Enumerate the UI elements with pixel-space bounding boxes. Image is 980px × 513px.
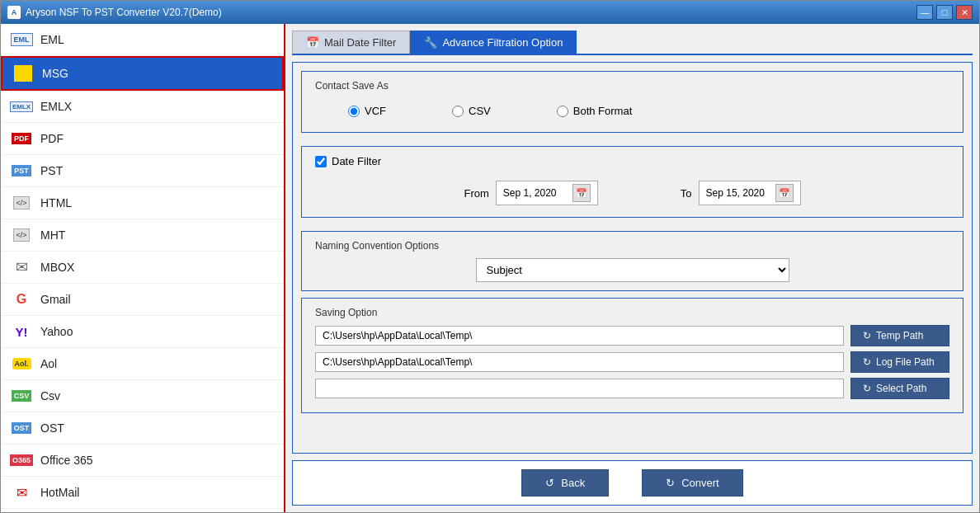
tab-advance-label: Advance Filtration Option — [442, 36, 563, 49]
window-title: Aryson NSF To PST Converter V20.7(Demo) — [26, 7, 222, 18]
sidebar-item-mht[interactable]: </> MHT — [1, 219, 284, 252]
close-button[interactable]: ✕ — [956, 5, 973, 20]
filter-icon: 🔧 — [424, 36, 437, 49]
date-filter-checkbox[interactable] — [315, 156, 327, 167]
from-date-field: From 📅 — [464, 181, 597, 205]
to-calendar-button[interactable]: 📅 — [775, 184, 794, 202]
csv-option[interactable]: CSV — [452, 105, 491, 117]
both-radio[interactable] — [557, 106, 568, 117]
convert-label: Convert — [681, 477, 719, 489]
from-calendar-button[interactable]: 📅 — [572, 184, 591, 202]
sidebar-label-msg: MSG — [42, 67, 68, 80]
sidebar-item-office365[interactable]: O365 Office 365 — [1, 445, 284, 477]
sidebar-label-office365: Office 365 — [40, 454, 93, 467]
sidebar-item-msg[interactable]: MSG — [1, 56, 284, 91]
sidebar-label-eml: EML — [40, 33, 64, 46]
csv-radio[interactable] — [452, 106, 464, 117]
both-format-label: Both Format — [573, 105, 633, 117]
log-file-input[interactable] — [315, 352, 844, 372]
title-bar-controls: — □ ✕ — [916, 5, 973, 20]
sidebar-item-pdf[interactable]: PDF PDF — [1, 123, 284, 155]
both-format-option[interactable]: Both Format — [557, 105, 633, 117]
tab-mail-date-filter[interactable]: 📅 Mail Date Filter — [292, 31, 410, 54]
html-icon: </> — [11, 192, 32, 214]
aol-icon: Aol. — [11, 353, 32, 374]
vcf-option[interactable]: VCF — [348, 105, 386, 117]
date-row: From 📅 To 📅 — [315, 177, 949, 209]
msg-icon — [12, 63, 34, 84]
naming-convention-section: Naming Convention Options Subject Date F… — [301, 231, 964, 291]
vcf-radio[interactable] — [348, 106, 360, 117]
date-filter-header: Date Filter — [315, 155, 949, 167]
select-path-label: Select Path — [876, 383, 926, 394]
sidebar-item-ost[interactable]: OST OST — [1, 412, 284, 445]
from-label: From — [464, 187, 488, 200]
sidebar-label-mht: MHT — [40, 228, 65, 242]
sidebar-item-aol[interactable]: Aol. Aol — [1, 348, 284, 380]
temp-path-button[interactable]: ↻ Temp Path — [850, 325, 949, 346]
select-sync-icon: ↻ — [863, 383, 871, 394]
to-label: To — [681, 187, 692, 200]
from-date-input[interactable] — [503, 187, 569, 199]
log-file-button[interactable]: ↻ Log File Path — [850, 351, 949, 373]
sidebar-item-yahoo[interactable]: Y! Yahoo — [1, 316, 284, 348]
sidebar-item-eml[interactable]: EML EML — [1, 24, 284, 56]
saving-option-label: Saving Option — [315, 307, 949, 318]
log-file-row: ↻ Log File Path — [315, 351, 949, 373]
sidebar-item-html[interactable]: </> HTML — [1, 187, 284, 219]
to-date-input[interactable] — [706, 187, 772, 199]
office365-icon: O365 — [11, 449, 32, 471]
sidebar-label-pdf: PDF — [40, 132, 64, 145]
mbox-icon: ✉ — [11, 256, 32, 278]
ost-icon: OST — [11, 417, 32, 439]
sidebar-item-pst[interactable]: PST PST — [1, 155, 284, 187]
bottom-bar: ↺ Back ↻ Convert — [292, 460, 973, 506]
emlx-icon: EMLX — [11, 96, 32, 117]
naming-convention-wrapper: Subject Date From To Subject-Date — [315, 258, 949, 282]
select-path-row: ↻ Select Path — [315, 378, 949, 399]
maximize-button[interactable]: □ — [936, 5, 953, 20]
sidebar: EML EML MSG EMLX EMLX PDF — [1, 24, 285, 512]
naming-convention-select[interactable]: Subject Date From To Subject-Date — [476, 258, 789, 282]
right-panel: 📅 Mail Date Filter 🔧 Advance Filtration … — [285, 24, 979, 512]
minimize-button[interactable]: — — [916, 5, 933, 20]
temp-path-label: Temp Path — [876, 330, 923, 341]
back-icon: ↺ — [545, 477, 554, 489]
sidebar-label-yahoo: Yahoo — [40, 325, 73, 338]
main-content: EML EML MSG EMLX EMLX PDF — [1, 24, 979, 512]
sidebar-item-csv[interactable]: CSV Csv — [1, 380, 284, 412]
sidebar-label-hotmail: HotMail — [40, 486, 79, 499]
select-path-input[interactable] — [315, 379, 844, 398]
sidebar-label-ost: OST — [40, 421, 64, 435]
contact-save-as-options: VCF CSV Both Format — [315, 98, 949, 124]
title-bar-left: A Aryson NSF To PST Converter V20.7(Demo… — [7, 6, 222, 19]
tab-advance-filtration[interactable]: 🔧 Advance Filtration Option — [410, 31, 577, 54]
sidebar-label-pst: PST — [40, 164, 63, 177]
convert-button[interactable]: ↻ Convert — [642, 469, 743, 497]
sidebar-item-hotmail[interactable]: ✉ HotMail — [1, 477, 284, 509]
select-path-button[interactable]: ↻ Select Path — [850, 378, 949, 399]
to-date-field: To 📅 — [681, 181, 801, 205]
sidebar-label-aol: Aol — [40, 357, 57, 370]
sidebar-label-csv: Csv — [40, 389, 60, 402]
vcf-label: VCF — [365, 105, 386, 117]
convert-icon: ↻ — [666, 477, 675, 489]
back-button[interactable]: ↺ Back — [521, 469, 609, 497]
yahoo-icon: Y! — [11, 321, 32, 342]
back-label: Back — [561, 477, 585, 489]
tab-mail-label: Mail Date Filter — [324, 36, 396, 49]
sidebar-item-gmail[interactable]: G Gmail — [1, 284, 284, 316]
pdf-icon: PDF — [11, 128, 32, 149]
log-file-label: Log File Path — [876, 356, 935, 368]
contact-save-as-section: Contact Save As VCF CSV Both Format — [301, 71, 964, 133]
sidebar-item-mbox[interactable]: ✉ MBOX — [1, 252, 284, 284]
log-sync-icon: ↻ — [863, 356, 871, 368]
temp-path-row: ↻ Temp Path — [315, 325, 949, 346]
sidebar-label-gmail: Gmail — [40, 293, 71, 306]
sidebar-item-emlx[interactable]: EMLX EMLX — [1, 91, 284, 123]
temp-path-input[interactable] — [315, 326, 844, 346]
sidebar-item-liveexchange[interactable]: LE LiveExchange — [1, 509, 284, 512]
sync-icon: ↻ — [863, 330, 871, 341]
naming-convention-label: Naming Convention Options — [315, 240, 949, 252]
sidebar-label-html: HTML — [40, 196, 72, 209]
